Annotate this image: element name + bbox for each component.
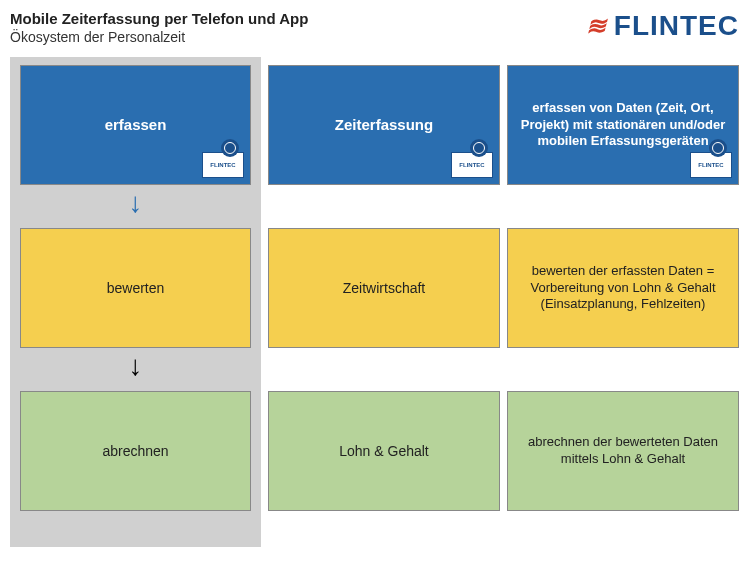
description-text: bewerten der erfassten Daten = Vorbereit… (520, 263, 726, 314)
brand-logo: ≋ FLINTEC (586, 10, 739, 42)
process-label: erfassen (105, 115, 167, 135)
clock-icon (221, 139, 239, 157)
description-box-erfassen: erfassen von Daten (Zeit, Ort, Projekt) … (507, 65, 739, 185)
category-box-zeitwirtschaft: Zeitwirtschaft (268, 228, 500, 348)
flintec-badge: FLINTEC (451, 152, 493, 178)
title-block: Mobile Zeiterfassung per Telefon und App… (10, 10, 308, 45)
arrow-down-icon: ↓ (129, 189, 143, 217)
clock-icon (470, 139, 488, 157)
process-box-abrechnen: abrechnen (20, 391, 251, 511)
brand-name: FLINTEC (614, 10, 739, 42)
badge-text: FLINTEC (698, 162, 723, 168)
description-text: erfassen von Daten (Zeit, Ort, Projekt) … (520, 100, 726, 151)
clock-icon (709, 139, 727, 157)
category-box-zeiterfassung: Zeiterfassung FLINTEC (268, 65, 500, 185)
diagram: erfassen FLINTEC Zeiterfassung FLINTEC e… (10, 57, 739, 511)
header: Mobile Zeiterfassung per Telefon und App… (10, 10, 739, 45)
page-subtitle: Ökosystem der Personalzeit (10, 29, 308, 45)
process-cell-abrechnen: abrechnen (10, 383, 261, 511)
process-box-erfassen: erfassen FLINTEC (20, 65, 251, 185)
description-box-abrechnen: abrechnen der bewerteten Daten mittels L… (507, 391, 739, 511)
flame-icon: ≋ (586, 12, 606, 40)
badge-text: FLINTEC (459, 162, 484, 168)
arrow-down-icon: ↓ (129, 352, 143, 380)
arrow-erfassen-bewerten: ↓ (10, 185, 261, 220)
flintec-badge: FLINTEC (202, 152, 244, 178)
description-box-bewerten: bewerten der erfassten Daten = Vorbereit… (507, 228, 739, 348)
process-label: abrechnen (102, 442, 168, 460)
process-label: bewerten (107, 279, 165, 297)
flintec-badge: FLINTEC (690, 152, 732, 178)
category-label: Zeiterfassung (335, 115, 433, 135)
badge-text: FLINTEC (210, 162, 235, 168)
page-title: Mobile Zeiterfassung per Telefon und App (10, 10, 308, 27)
process-cell-erfassen: erfassen FLINTEC (10, 57, 261, 185)
arrow-bewerten-abrechnen: ↓ (10, 348, 261, 383)
diagram-grid: erfassen FLINTEC Zeiterfassung FLINTEC e… (10, 57, 739, 511)
category-box-lohn-gehalt: Lohn & Gehalt (268, 391, 500, 511)
process-cell-bewerten: bewerten (10, 220, 261, 348)
process-box-bewerten: bewerten (20, 228, 251, 348)
category-label: Zeitwirtschaft (343, 279, 425, 297)
category-label: Lohn & Gehalt (339, 442, 429, 460)
description-text: abrechnen der bewerteten Daten mittels L… (520, 434, 726, 468)
